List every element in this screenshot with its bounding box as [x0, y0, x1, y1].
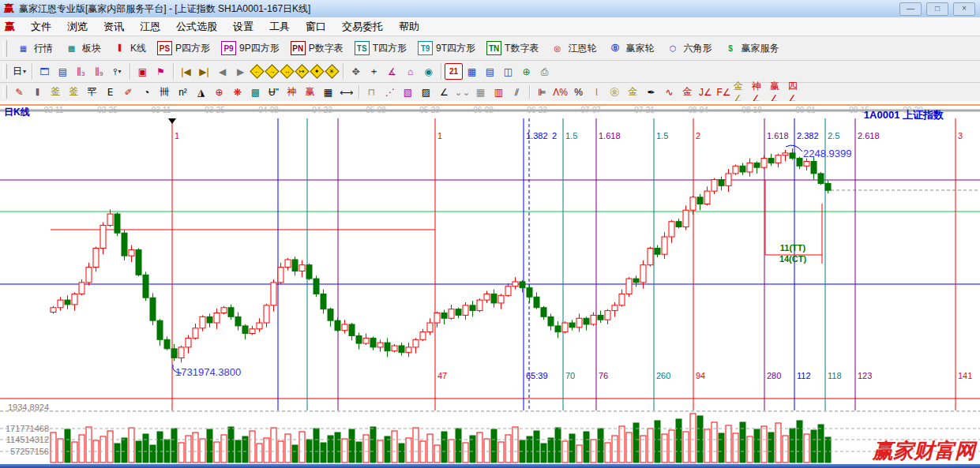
square-grid2-tool[interactable]: ▥: [490, 84, 508, 100]
shift-left-diamond[interactable]: ←: [250, 64, 264, 78]
steps-pct-tool[interactable]: ⊫: [533, 84, 551, 100]
pen-tool[interactable]: ✒: [642, 84, 660, 100]
next-bar-button[interactable]: ▶: [231, 63, 250, 80]
last-bar-button[interactable]: ▶|: [195, 63, 213, 80]
zoom-in-diamond[interactable]: ✦: [310, 64, 324, 78]
kline-chart[interactable]: 02-1102-2503-1103-2504-0804-2305-0805-23…: [0, 101, 980, 464]
gold-hline2-tool[interactable]: 金: [678, 84, 697, 100]
comb-tool[interactable]: 卌: [156, 84, 174, 100]
pct-line-tool[interactable]: Ʌ%: [551, 84, 569, 100]
cycle-clock-tool[interactable]: ◔: [137, 84, 156, 100]
flag-icon[interactable]: ⚑: [152, 63, 170, 80]
shen-slash-tool[interactable]: 神∠: [751, 84, 769, 100]
gold-square2-tool[interactable]: 釜: [65, 84, 83, 100]
toolbar-button-T数字表[interactable]: TNT数字表: [482, 39, 543, 58]
zoom-out-diamond[interactable]: ✳: [325, 64, 339, 78]
channel-tool[interactable]: ∿: [660, 84, 678, 100]
toolbar-button-9P四方形[interactable]: P99P四方形: [216, 39, 284, 58]
calendar-tool[interactable]: 21: [445, 63, 463, 80]
brush-tool[interactable]: ✐: [119, 84, 137, 100]
gold-square-tool[interactable]: 釜: [47, 84, 65, 100]
shen-tool[interactable]: 神: [283, 84, 301, 100]
kline-9-icon[interactable]: ⫼₉: [90, 63, 108, 80]
toolbar-button-六角形[interactable]: ⬡六角形: [660, 39, 716, 58]
gold-slash-tool[interactable]: 金∠: [733, 84, 751, 100]
pct-tool[interactable]: %: [569, 84, 588, 100]
angle-line-tool[interactable]: ◮: [192, 84, 210, 100]
width-arrows-tool[interactable]: ⟷: [337, 84, 355, 100]
gold-hline-tool[interactable]: 金: [624, 84, 642, 100]
spiral-tool[interactable]: ⴹ: [101, 84, 119, 100]
maximize-button[interactable]: □: [926, 2, 948, 16]
pct-circle-tool[interactable]: ⦚: [588, 84, 606, 100]
hand-tool[interactable]: ✥: [347, 63, 365, 80]
toolbar-button-行情[interactable]: ▦行情: [11, 39, 58, 58]
wave-tool[interactable]: ⌄⌄: [453, 84, 471, 100]
save-tool[interactable]: ◫: [499, 63, 517, 80]
kk-tool[interactable]: Ʉ": [265, 84, 283, 100]
first-bar-button[interactable]: |◀: [177, 63, 195, 80]
close-button[interactable]: ×: [953, 2, 975, 16]
gold-circle-tool[interactable]: ㊎: [606, 84, 624, 100]
menu-item-设置[interactable]: 设置: [225, 18, 261, 36]
prev-bar-button[interactable]: ◀: [213, 63, 231, 80]
expand-diamond[interactable]: ↔: [280, 64, 294, 78]
menu-item-帮助[interactable]: 帮助: [391, 18, 427, 36]
ying-slash-tool[interactable]: 赢∠: [769, 84, 787, 100]
notepad-tool[interactable]: ▤: [481, 63, 499, 80]
toolbar-button-K线[interactable]: ⫼K线: [107, 39, 151, 58]
f-slash-tool[interactable]: F∠: [715, 84, 733, 100]
menu-item-窗口[interactable]: 窗口: [298, 18, 334, 36]
pencil-tool[interactable]: ✎: [10, 84, 28, 100]
menu-item-公式选股[interactable]: 公式选股: [168, 18, 225, 36]
menu-item-交易委托[interactable]: 交易委托: [334, 18, 391, 36]
toolbar-button-P数字表[interactable]: PNP数字表: [286, 39, 348, 58]
kline-chart-canvas[interactable]: 02-1102-2503-1103-2504-0804-2305-0805-23…: [0, 101, 980, 464]
crosshair-tool[interactable]: ＋: [365, 63, 383, 80]
toolbar-button-板块[interactable]: ▩板块: [59, 39, 106, 58]
n2-tool[interactable]: n²: [174, 84, 192, 100]
ying-tool[interactable]: 赢: [301, 84, 319, 100]
square-grid-tool[interactable]: ▦: [471, 84, 490, 100]
menu-item-浏览[interactable]: 浏览: [59, 18, 96, 36]
toolbar-button-赢家服务[interactable]: $赢家服务: [718, 39, 783, 58]
menu-item-资讯[interactable]: 资讯: [96, 18, 132, 36]
toolbar-button-江恩轮[interactable]: ◎江恩轮: [545, 39, 601, 58]
trend-angle-tool[interactable]: ∠: [435, 84, 453, 100]
calculator-tool[interactable]: ▦: [463, 63, 481, 80]
compress-diamond[interactable]: ↦: [295, 64, 309, 78]
zoom-window-icon[interactable]: 🗔: [36, 63, 54, 80]
fan-dark-tool[interactable]: ▨: [417, 84, 435, 100]
pattern-box-icon[interactable]: ▣: [133, 63, 152, 80]
toolbar-button-P四方形[interactable]: PSP四方形: [152, 39, 215, 58]
kline-3-icon[interactable]: ⫼₃: [72, 63, 90, 80]
web-tool[interactable]: ⊕: [517, 63, 535, 80]
info-note-icon[interactable]: ▤: [54, 63, 72, 80]
toolbar-button-9T四方形[interactable]: T99T四方形: [413, 39, 480, 58]
period-day-dropdown[interactable]: 日▾: [10, 63, 28, 80]
fan-red-tool[interactable]: ⋰: [381, 84, 399, 100]
menu-item-工具[interactable]: 工具: [261, 18, 298, 36]
print-tool[interactable]: ⎙: [535, 63, 554, 80]
menu-item-文件[interactable]: 文件: [23, 18, 59, 36]
grid-123-tool[interactable]: ▦: [319, 84, 337, 100]
candle-style-dropdown[interactable]: ⫯▾: [108, 63, 126, 80]
fan-box-tool[interactable]: ▧: [399, 84, 417, 100]
grid-lines-tool[interactable]: ⫴: [28, 84, 47, 100]
frame-tool[interactable]: ⊓: [362, 84, 381, 100]
angle-measure-tool[interactable]: ∡: [383, 63, 401, 80]
parallel-lines-tool[interactable]: ⫽: [508, 84, 526, 100]
grid-star-tool[interactable]: ▩: [246, 84, 265, 100]
toolbar-button-赢家轮[interactable]: Ⓑ赢家轮: [603, 39, 659, 58]
brain-tool[interactable]: ◉: [419, 63, 437, 80]
si-slash-tool[interactable]: 四∠: [787, 84, 805, 100]
minimize-button[interactable]: —: [899, 2, 922, 16]
j-slash-tool[interactable]: J∠: [697, 84, 715, 100]
gann-hat-tool[interactable]: ⌂: [401, 63, 419, 80]
gann-grid-tool[interactable]: 罕: [83, 84, 101, 100]
circle-cross-tool[interactable]: ⊕: [210, 84, 228, 100]
menu-item-江恩[interactable]: 江恩: [132, 18, 168, 36]
toolbar-button-T四方形[interactable]: TST四方形: [350, 39, 411, 58]
star-burst-tool[interactable]: ❋: [228, 84, 246, 100]
shift-right-diamond[interactable]: →: [265, 64, 279, 78]
